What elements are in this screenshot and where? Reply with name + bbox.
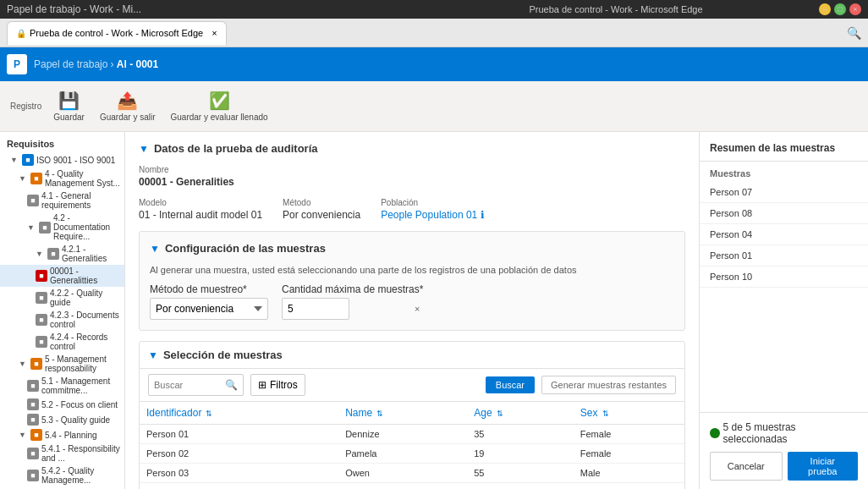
max-samples-input[interactable]	[282, 298, 349, 320]
sidebar-item-clause42[interactable]: ▼ ■ 4.2 - Documentation Require...	[0, 212, 124, 243]
col-sex[interactable]: Sex ⇅	[574, 402, 684, 425]
save-eval-button[interactable]: ✅ Guardar y evaluar llenado	[164, 87, 275, 125]
sidebar: Requisitos ▼ ■ ISO 9001 - ISO 9001 ▼ ■ 4…	[0, 132, 125, 489]
cell-age: 55	[467, 464, 574, 483]
generar-button[interactable]: Generar muestras restantes	[541, 376, 676, 394]
filters-button[interactable]: ⊞ Filtros	[250, 374, 305, 396]
clause423-icon: ■	[36, 314, 47, 326]
sidebar-item-clause41[interactable]: ■ 4.1 - General requirements	[0, 190, 124, 212]
col-name[interactable]: Name ⇅	[338, 402, 467, 425]
col-identificador[interactable]: Identificador ⇅	[140, 402, 338, 425]
search-icon: 🔍	[225, 379, 238, 391]
sidebar-item-clause541[interactable]: ■ 5.4.1 - Responsibility and ...	[0, 442, 124, 464]
clause542-icon: ■	[27, 470, 39, 481]
sidebar-header: Requisitos	[0, 135, 124, 152]
clause54-icon: ■	[30, 429, 42, 441]
clause41-icon: ■	[27, 195, 39, 206]
breadcrumb: Papel de trabajo › Al - 0001	[34, 58, 158, 70]
sidebar-item-clause5[interactable]: ▼ ■ 5 - Management responsability	[0, 353, 124, 375]
main-area: Requisitos ▼ ■ ISO 9001 - ISO 9001 ▼ ■ 4…	[0, 132, 868, 489]
table-row[interactable]: Person 01 Dennize 35 Female	[140, 425, 684, 444]
selected-count: 5 de 5 muestras seleccionadas	[710, 421, 858, 445]
col-age[interactable]: Age ⇅	[467, 402, 574, 425]
buscar-button[interactable]: Buscar	[486, 376, 535, 393]
minimize-button[interactable]: −	[819, 3, 831, 15]
clause424-icon: ■	[36, 336, 47, 348]
table-row[interactable]: Person 04 Leonard 27 Male	[140, 483, 684, 490]
sort-icon: ⇅	[497, 409, 503, 418]
right-panel-sample-item: Person 04	[700, 224, 868, 245]
save-eval-icon: ✅	[209, 91, 230, 111]
table-row[interactable]: Person 02 Pamela 19 Female	[140, 444, 684, 464]
sidebar-item-clause542[interactable]: ■ 5.4.2 - Quality Manageme...	[0, 464, 124, 486]
audit-fields-row: Nombre 00001 - Generalities	[139, 165, 685, 188]
sidebar-item-clause4[interactable]: ▼ ■ 4 - Quality Management Syst...	[0, 168, 124, 190]
footer-buttons: Cancelar Iniciar prueba	[710, 452, 858, 481]
right-panel-spacer	[700, 288, 868, 412]
sidebar-item-clause422[interactable]: ■ 4.2.2 - Quality guide	[0, 287, 124, 309]
max-samples-label: Cantidad máxima de muestras*	[282, 283, 423, 295]
poblacion-value[interactable]: People Population 01	[381, 209, 477, 221]
tab-close[interactable]: ×	[212, 28, 217, 38]
clause52-icon: ■	[27, 398, 39, 410]
sidebar-item-clause52[interactable]: ■ 5.2 - Focus on client	[0, 397, 124, 412]
samples-section-header: ▼ Selección de muestras	[140, 342, 684, 369]
sidebar-item-clause53[interactable]: ■ 5.3 - Quality guide	[0, 412, 124, 427]
samples-toolbar: 🔍 ⊞ Filtros Buscar Generar muestras rest…	[140, 369, 684, 402]
table-row[interactable]: Person 03 Owen 55 Male	[140, 464, 684, 483]
clause421-icon: ■	[47, 248, 59, 260]
cell-id: Person 02	[140, 444, 338, 464]
sidebar-item-clause424[interactable]: ■ 4.2.4 - Records control	[0, 331, 124, 353]
browser-chrome: 🔒 Prueba de control - Work - Microsoft E…	[0, 19, 868, 47]
selection-title: Selección de muestras	[163, 349, 283, 361]
sidebar-item-clause421[interactable]: ▼ ■ 4.2.1 - Generalities	[0, 243, 124, 265]
cell-sex: Male	[574, 464, 684, 483]
browser-search-icon[interactable]: 🔍	[847, 26, 861, 40]
field-nombre: Nombre 00001 - Generalities	[139, 165, 234, 188]
sidebar-item-clause51[interactable]: ■ 5.1 - Management commitme...	[0, 375, 124, 397]
tab-title: Prueba de control - Work - Microsoft Edg…	[30, 28, 203, 38]
clause52-label: 5.2 - Focus on client	[41, 400, 118, 409]
config-chevron[interactable]: ▼	[150, 243, 160, 255]
modelo-label: Modelo	[139, 198, 262, 207]
sidebar-item-clause423[interactable]: ■ 4.2.3 - Documents control	[0, 309, 124, 331]
browser-tab[interactable]: 🔒 Prueba de control - Work - Microsoft E…	[7, 21, 227, 45]
cell-age: 27	[467, 483, 574, 490]
iniciar-button[interactable]: Iniciar prueba	[788, 452, 859, 481]
sampling-method-select[interactable]: Por conveniencia	[150, 298, 268, 320]
audit-section-chevron[interactable]: ▼	[139, 143, 149, 155]
app-container: P Papel de trabajo › Al - 0001 Registro …	[0, 47, 868, 489]
samples-chevron[interactable]: ▼	[148, 349, 158, 361]
sidebar-item-iso9001[interactable]: ▼ ■ ISO 9001 - ISO 9001	[0, 152, 124, 168]
clause4-icon: ■	[30, 173, 42, 184]
search-box[interactable]: 🔍	[148, 374, 244, 396]
clause42-icon: ■	[39, 222, 51, 234]
save-button[interactable]: 💾 Guardar	[47, 87, 91, 125]
sidebar-item-clause00001[interactable]: ■ 00001 - Generalitties	[0, 265, 124, 287]
search-input[interactable]	[154, 380, 222, 390]
max-samples-clear[interactable]: ×	[415, 304, 420, 314]
chevron-icon: ▼	[27, 223, 35, 232]
save-exit-button[interactable]: 📤 Guardar y salir	[93, 87, 162, 125]
clause53-label: 5.3 - Quality guide	[41, 415, 110, 425]
max-samples-group: Cantidad máxima de muestras* ×	[282, 283, 423, 320]
samples-section: ▼ Selección de muestras 🔍 ⊞ Filtros Busc…	[139, 341, 685, 489]
browser-controls: 🔍	[847, 26, 861, 40]
sort-icon: ⇅	[206, 409, 212, 418]
clause51-icon: ■	[27, 380, 39, 392]
clause423-label: 4.2.3 - Documents control	[50, 310, 121, 329]
cell-sex: Female	[574, 444, 684, 464]
count-dot	[710, 428, 720, 438]
clause542-label: 5.4.2 - Quality Manageme...	[41, 466, 121, 485]
sampling-method-group: Método de muestreo* Por conveniencia	[150, 283, 268, 320]
breadcrumb-part1[interactable]: Papel de trabajo	[34, 58, 107, 70]
info-icon[interactable]: ℹ	[481, 209, 485, 221]
right-panel-title: Resumen de las muestras	[700, 132, 868, 162]
close-button[interactable]: ×	[849, 3, 861, 15]
clause422-icon: ■	[36, 292, 47, 304]
maximize-button[interactable]: □	[834, 3, 846, 15]
filters-label: Filtros	[270, 379, 298, 391]
cancel-button[interactable]: Cancelar	[710, 452, 783, 481]
sidebar-item-clause54[interactable]: ▼ ■ 5.4 - Planning	[0, 427, 124, 442]
poblacion-label: Población	[381, 198, 485, 207]
